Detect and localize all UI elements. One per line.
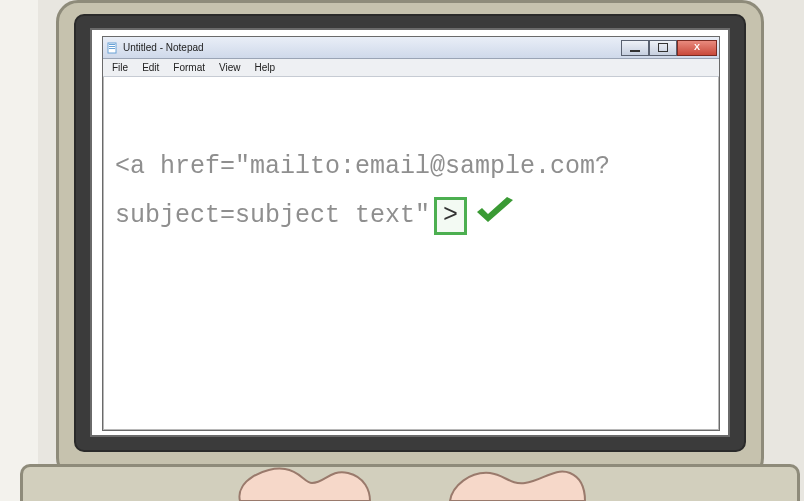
menu-file[interactable]: File [105,60,135,75]
title-bar[interactable]: Untitled - Notepad X [103,37,719,59]
page-margin [0,0,38,501]
hand-right [440,461,590,501]
svg-rect-3 [109,48,115,49]
laptop-base [20,464,800,501]
code-line-2-prefix: subject=subject text" [115,201,430,230]
menu-help[interactable]: Help [248,60,283,75]
checkmark-icon [473,196,517,226]
menu-edit[interactable]: Edit [135,60,166,75]
highlighted-char: > [434,197,467,236]
menu-view[interactable]: View [212,60,248,75]
minimize-button[interactable] [621,40,649,56]
maximize-button[interactable] [649,40,677,56]
notepad-icon [107,42,119,54]
laptop-screen: Untitled - Notepad X File Edit Format Vi… [90,28,730,437]
text-editor-area[interactable]: <a href="mailto:email@sample.com? subjec… [103,77,719,430]
svg-rect-2 [109,46,115,47]
window-title: Untitled - Notepad [123,42,621,53]
notepad-window: Untitled - Notepad X File Edit Format Vi… [102,36,720,431]
code-line-1: <a href="mailto:email@sample.com? [115,152,610,181]
window-controls: X [621,40,717,56]
close-button[interactable]: X [677,40,717,56]
hand-left [230,461,380,501]
svg-rect-1 [109,44,115,45]
menu-format[interactable]: Format [166,60,212,75]
menu-bar: File Edit Format View Help [103,59,719,77]
